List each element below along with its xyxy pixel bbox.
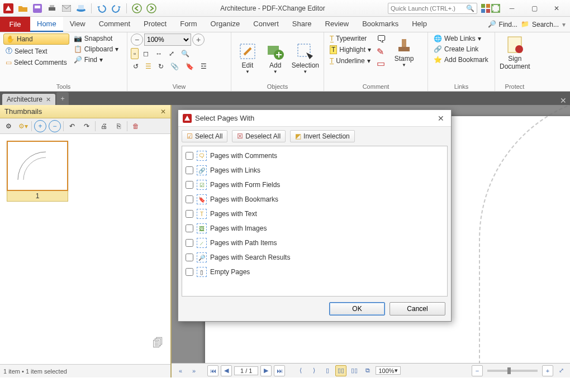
web-links-button[interactable]: 🌐Web Links ▾ <box>431 34 491 44</box>
ui-options-icon[interactable] <box>481 3 491 13</box>
document-tab[interactable]: Architecture✕ <box>2 94 55 105</box>
back-icon[interactable] <box>131 2 143 15</box>
stamp-button[interactable]: Stamp▼ <box>389 34 419 70</box>
zoom-slider[interactable] <box>487 370 538 372</box>
rotate-cw-thumb-icon[interactable]: ↷ <box>80 120 93 132</box>
open-icon[interactable] <box>17 2 29 15</box>
snapshot-tool[interactable]: 📷Snapshot <box>72 34 121 44</box>
next-doc-icon[interactable]: ⟩ <box>308 365 320 376</box>
extract-icon[interactable]: ⎘ <box>112 120 125 132</box>
sticky-note-icon[interactable]: 🗨 <box>377 34 387 45</box>
new-tab-button[interactable]: ＋ <box>56 92 69 105</box>
quick-launch-input[interactable] <box>391 5 466 12</box>
add-button[interactable]: Add▼ <box>263 40 288 77</box>
save-icon[interactable] <box>31 2 44 15</box>
delete-icon[interactable]: 🗑 <box>130 120 142 132</box>
typewriter-button[interactable]: T̲Typewriter <box>327 34 373 44</box>
email-icon[interactable] <box>60 2 73 15</box>
sign-document-button[interactable]: Sign Document <box>498 34 531 73</box>
cont-layout-icon[interactable]: ▯▯ <box>335 365 346 376</box>
clipboard-menu[interactable]: 📋Clipboard ▾ <box>72 44 121 54</box>
prev-page-icon[interactable]: ◀ <box>221 365 232 376</box>
hand-tool[interactable]: ✋Hand <box>3 34 69 45</box>
highlight-button[interactable]: THighlight▾ <box>327 44 373 55</box>
maximize-area-icon[interactable] <box>491 3 501 13</box>
dialog-close-icon[interactable]: ✕ <box>435 114 446 123</box>
rotate-cw-button[interactable]: ↻ <box>156 61 166 71</box>
checkbox[interactable] <box>186 181 193 189</box>
print-icon[interactable] <box>46 2 58 15</box>
two-layout-icon[interactable]: ▯▯ <box>349 365 360 376</box>
zoom-box[interactable]: 100% ▾ <box>376 366 400 375</box>
tab-protect[interactable]: Protect <box>137 17 173 32</box>
thumbnail-page-1[interactable]: 1 <box>7 141 68 202</box>
rotate-ccw-button[interactable]: ↺ <box>131 61 141 71</box>
deselect-all-button[interactable]: ☒Deselect All <box>232 130 286 142</box>
rect-icon[interactable]: ▭ <box>377 58 387 69</box>
close-panel-icon[interactable]: ✕ <box>160 108 166 116</box>
two-cont-layout-icon[interactable]: ⧉ <box>362 365 373 376</box>
select-comments-tool[interactable]: ▭Select Comments <box>3 58 69 68</box>
close-button[interactable]: ✕ <box>545 1 568 16</box>
zoom-in-vb-icon[interactable]: + <box>542 365 553 376</box>
tab-review[interactable]: Review <box>319 17 356 32</box>
tab-file[interactable]: File <box>0 17 30 32</box>
tab-view[interactable]: View <box>63 17 92 32</box>
scan-icon[interactable] <box>75 2 87 15</box>
forward-icon[interactable] <box>145 2 158 15</box>
checkbox[interactable] <box>186 166 193 174</box>
search-button[interactable]: 📁Search... <box>521 20 559 29</box>
tab-bookmarks[interactable]: Bookmarks <box>355 17 405 32</box>
redo-icon[interactable] <box>110 2 122 15</box>
edit-button[interactable]: Edit▼ <box>235 40 260 77</box>
last-page-icon[interactable]: ⏭ <box>274 365 285 376</box>
checkbox[interactable] <box>186 210 193 218</box>
zoom-in-thumb-icon[interactable]: + <box>34 120 46 132</box>
expand-icon[interactable]: ⤢ <box>555 365 567 376</box>
invert-selection-button[interactable]: ◩Invert Selection <box>290 130 355 142</box>
undo-icon[interactable] <box>96 2 108 15</box>
first-page-icon[interactable]: ⏮ <box>207 365 218 376</box>
prev-view-icon[interactable]: « <box>175 365 186 376</box>
add-bookmark-button[interactable]: ⭐Add Bookmark <box>431 55 491 65</box>
single-layout-icon[interactable]: ▯ <box>322 365 333 376</box>
zoom-in-button[interactable]: + <box>192 34 205 46</box>
select-all-button[interactable]: ☑Select All <box>182 130 227 142</box>
tab-help[interactable]: Help <box>405 17 434 32</box>
next-view-icon[interactable]: » <box>188 365 200 376</box>
print-thumb-icon[interactable]: 🖨 <box>98 120 110 132</box>
checkbox[interactable] <box>186 254 193 261</box>
tab-home[interactable]: Home <box>30 17 63 32</box>
ok-button[interactable]: OK <box>329 302 385 315</box>
attachments-button[interactable]: 📎 <box>168 61 181 71</box>
quick-launch[interactable]: 🔍 <box>388 3 477 14</box>
checkbox[interactable] <box>186 152 193 160</box>
zoom-out-button[interactable]: − <box>131 34 143 46</box>
next-page-icon[interactable]: ▶ <box>260 365 272 376</box>
checkbox[interactable] <box>186 268 193 276</box>
selection-button[interactable]: Selection▼ <box>291 40 320 77</box>
create-link-button[interactable]: 🔗Create Link <box>431 44 491 54</box>
close-tab-icon[interactable]: ✕ <box>46 96 51 103</box>
tab-comment[interactable]: Comment <box>92 17 137 32</box>
fit-width-button[interactable]: ↔ <box>153 48 164 59</box>
page-indicator[interactable]: 1 / 1 <box>234 366 258 375</box>
zoom-level-select[interactable]: 100% <box>144 34 191 46</box>
find-menu[interactable]: 🔎Find ▾ <box>72 55 121 65</box>
zoom-tool-button[interactable]: 🔍 <box>179 48 192 59</box>
checkbox[interactable] <box>186 224 193 232</box>
underline-button[interactable]: TUnderline▾ <box>327 56 373 66</box>
tab-convert[interactable]: Convert <box>246 17 286 32</box>
tab-share[interactable]: Share <box>286 17 319 32</box>
bookmark-pane-button[interactable]: 🔖 <box>183 61 196 71</box>
page-layout-button[interactable]: ☰ <box>143 61 154 71</box>
checkbox[interactable] <box>186 239 193 247</box>
find-button[interactable]: 🔎Find... <box>488 20 517 29</box>
tab-form[interactable]: Form <box>173 17 203 32</box>
fit-page-button[interactable]: ◻ <box>141 48 151 59</box>
rotate-ccw-thumb-icon[interactable]: ↶ <box>66 120 78 132</box>
checkbox[interactable] <box>186 195 193 203</box>
zoom-out-thumb-icon[interactable]: − <box>49 120 61 132</box>
fit-visible-button[interactable]: ⤢ <box>167 48 177 59</box>
options-icon[interactable]: ⚙ <box>2 120 15 132</box>
